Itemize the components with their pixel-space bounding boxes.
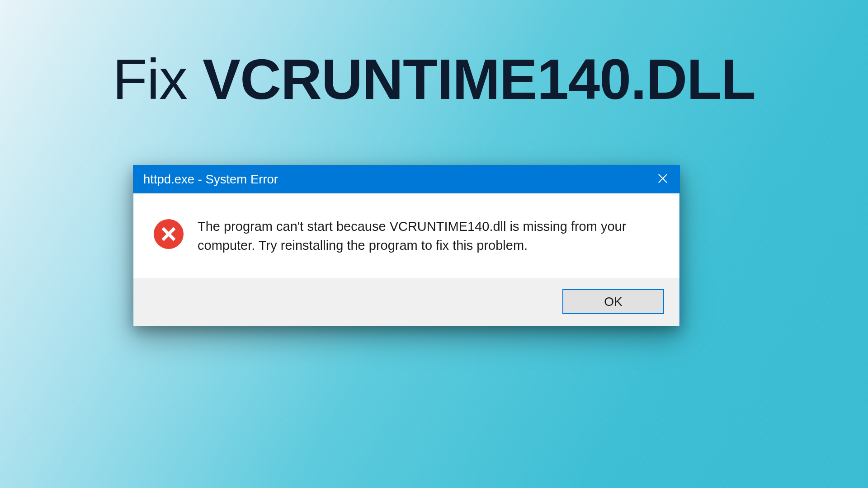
dialog-titlebar[interactable]: httpd.exe - System Error [133,165,679,193]
dialog-body: The program can't start because VCRUNTIM… [133,193,679,278]
error-icon [153,219,184,249]
dialog-message: The program can't start because VCRUNTIM… [198,215,661,255]
ok-button[interactable]: OK [562,289,664,314]
heading-main: VCRUNTIME140.DLL [203,47,755,111]
error-dialog: httpd.exe - System Error The program can… [133,165,680,326]
dialog-title: httpd.exe - System Error [143,172,278,187]
close-button[interactable] [646,165,679,193]
page-heading: Fix VCRUNTIME140.DLL [0,50,868,109]
dialog-footer: OK [133,278,679,326]
heading-prefix: Fix [113,47,203,111]
close-icon [657,173,669,186]
